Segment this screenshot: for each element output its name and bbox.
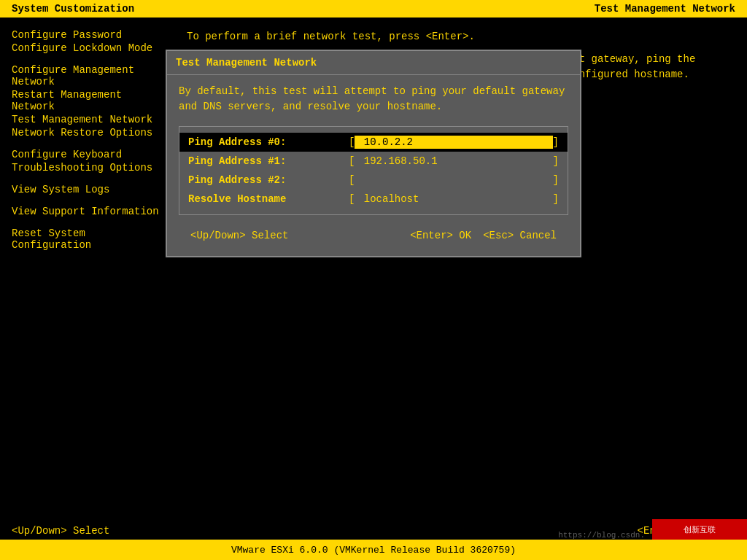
- modal-fields: Ping Address #0: [ 10.0.2.2 ] Ping Addre…: [179, 126, 568, 215]
- field-ping-1-value[interactable]: 192.168.50.1: [355, 155, 552, 168]
- modal-enter-hint[interactable]: <Enter> OK: [410, 230, 471, 241]
- field-ping-2-label: Ping Address #2:: [188, 174, 349, 186]
- field-ping-2[interactable]: Ping Address #2: [ ]: [179, 171, 568, 190]
- modal-description: By default, this test will attempt to pi…: [179, 84, 568, 114]
- modal-updown-hint: <Up/Down> Select: [190, 230, 288, 241]
- watermark: https://blog.csdn.: [558, 531, 645, 540]
- field-hostname-value[interactable]: localhost: [355, 192, 552, 206]
- field-hostname[interactable]: Resolve Hostname [ localhost ]: [179, 190, 568, 209]
- field-hostname-label: Resolve Hostname: [188, 193, 349, 205]
- field-ping-2-value[interactable]: [355, 174, 552, 187]
- modal-overlay: Test Management Network By default, this…: [0, 28, 747, 518]
- top-bar-right: Test Management Network: [595, 3, 735, 15]
- field-ping-0[interactable]: Ping Address #0: [ 10.0.2.2 ]: [179, 133, 568, 152]
- modal-title: Test Management Network: [167, 51, 580, 75]
- bottom-updown-hint: <Up/Down> Select: [12, 525, 109, 537]
- field-ping-0-label: Ping Address #0:: [188, 136, 349, 148]
- modal-right-hints: <Enter> OK <Esc> Cancel: [410, 230, 557, 241]
- field-ping-1[interactable]: Ping Address #1: [ 192.168.50.1 ]: [179, 152, 568, 171]
- bottom-bar-text: VMware ESXi 6.0.0 (VMKernel Release Buil…: [231, 545, 516, 556]
- modal-body: By default, this test will attempt to pi…: [167, 75, 580, 256]
- bottom-bar: VMware ESXi 6.0.0 (VMKernel Release Buil…: [0, 540, 747, 560]
- modal-dialog: Test Management Network By default, this…: [166, 50, 581, 257]
- modal-esc-hint[interactable]: <Esc> Cancel: [483, 230, 557, 241]
- csdn-badge: 创新互联: [652, 519, 747, 540]
- top-bar: System Customization Test Management Net…: [0, 0, 747, 18]
- top-bar-left: System Customization: [12, 3, 134, 15]
- field-ping-1-label: Ping Address #1:: [188, 155, 349, 167]
- modal-footer: <Up/Down> Select <Enter> OK <Esc> Cancel: [179, 224, 568, 247]
- field-ping-0-value[interactable]: 10.0.2.2: [355, 136, 552, 149]
